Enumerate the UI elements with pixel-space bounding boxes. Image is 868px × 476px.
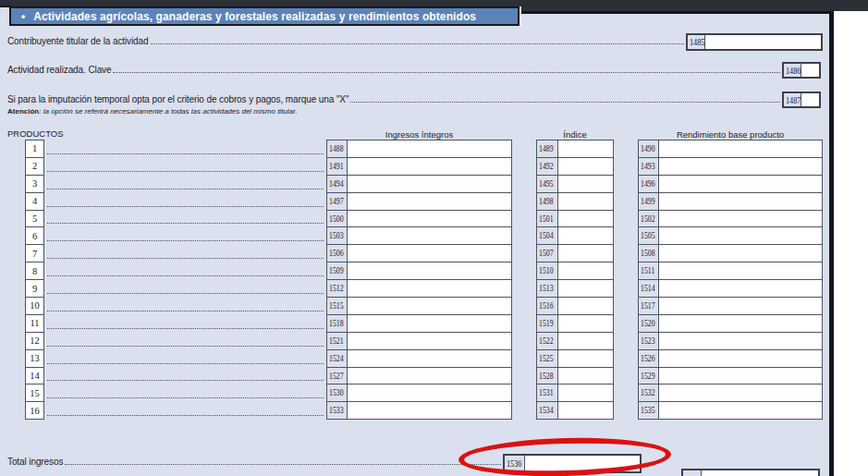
row-number: 5 <box>25 210 44 228</box>
rendimiento-input[interactable] <box>659 176 822 192</box>
ingresos-input[interactable] <box>348 140 511 157</box>
rendimiento-input[interactable] <box>659 140 822 157</box>
rendimiento-cell: 1514 <box>638 279 823 298</box>
rendimiento-input[interactable] <box>659 333 822 349</box>
contribuyente-input[interactable] <box>705 35 821 49</box>
total-ingresos-input[interactable] <box>525 456 640 471</box>
rendimiento-cell: 1496 <box>638 175 823 193</box>
field-code-label: 1515 <box>327 298 348 314</box>
indice-input[interactable] <box>558 368 613 384</box>
ingresos-input[interactable] <box>348 350 511 367</box>
partial-field-input[interactable] <box>702 470 818 476</box>
table-row: 16 1533 1534 1535 <box>0 401 829 420</box>
field-code-label: 1487 <box>784 93 801 106</box>
rendimiento-input[interactable] <box>659 402 822 419</box>
ingresos-input[interactable] <box>348 280 511 297</box>
rendimiento-input[interactable] <box>659 350 822 367</box>
ingresos-input[interactable] <box>348 402 511 419</box>
indice-input[interactable] <box>558 193 613 210</box>
field-code-label: 1526 <box>639 350 659 367</box>
ingresos-input[interactable] <box>348 298 511 314</box>
rendimiento-input[interactable] <box>659 158 822 175</box>
ingresos-input[interactable] <box>348 176 511 192</box>
rendimiento-cell: 1526 <box>638 349 823 368</box>
rendimiento-input[interactable] <box>659 227 822 244</box>
rendimiento-input[interactable] <box>659 368 822 384</box>
ingresos-input[interactable] <box>348 211 511 227</box>
row-number: 6 <box>25 226 44 245</box>
indice-input[interactable] <box>558 211 613 227</box>
actividad-clave-input[interactable] <box>801 64 819 77</box>
field-code-label: 1504 <box>537 227 558 244</box>
ingresos-input[interactable] <box>348 384 511 401</box>
indice-input[interactable] <box>558 315 613 332</box>
rendimiento-input[interactable] <box>659 384 822 401</box>
indice-input[interactable] <box>558 262 613 279</box>
field-code-label: 1536 <box>505 456 525 471</box>
rendimiento-cell: 1535 <box>638 401 823 420</box>
ingresos-input[interactable] <box>348 333 511 349</box>
field-code-label: 1534 <box>537 402 558 419</box>
page-right-border <box>829 11 834 476</box>
field-code-label: 1501 <box>537 211 558 227</box>
indice-cell: 1519 <box>536 314 614 333</box>
ingresos-input[interactable] <box>348 315 511 332</box>
field-code-label: 1509 <box>327 262 348 279</box>
field-code-label: 1533 <box>327 402 348 419</box>
rendimiento-input[interactable] <box>659 211 822 227</box>
indice-input[interactable] <box>558 158 613 175</box>
ingresos-input[interactable] <box>348 227 511 244</box>
indice-input[interactable] <box>558 280 613 297</box>
ingresos-input[interactable] <box>348 158 511 175</box>
ingresos-input[interactable] <box>348 193 511 210</box>
row-number: 4 <box>25 192 44 211</box>
field-code-label: 1490 <box>639 140 659 157</box>
ingresos-input[interactable] <box>348 368 511 384</box>
indice-cell: 1528 <box>536 367 614 385</box>
imputacion-x-input[interactable] <box>801 93 819 106</box>
rendimiento-input[interactable] <box>659 262 822 279</box>
rendimiento-input[interactable] <box>659 280 822 297</box>
row-number: 12 <box>25 332 44 350</box>
field-code-label: 1517 <box>639 298 659 314</box>
table-row: 5 1500 1501 1502 <box>0 210 829 228</box>
indice-input[interactable] <box>558 140 613 157</box>
rendimiento-input[interactable] <box>659 298 822 314</box>
indice-input[interactable] <box>558 333 613 349</box>
row-number: 3 <box>25 175 44 193</box>
field-code-label: 1496 <box>639 176 659 192</box>
products-rows: 1 1488 1489 1490 2 1491 1492 <box>0 140 829 420</box>
ingresos-input[interactable] <box>348 245 511 262</box>
row-actividad: Actividad realizada. Clave <box>7 65 782 75</box>
ingresos-cell: 1518 <box>326 314 512 333</box>
indice-input[interactable] <box>558 298 613 314</box>
rendimiento-cell: 1532 <box>638 384 823 402</box>
products-section-label: PRODUCTOS <box>7 128 64 139</box>
indice-input[interactable] <box>558 384 613 401</box>
table-row: 1 1488 1489 1490 <box>0 140 829 158</box>
ingresos-cell: 1533 <box>326 401 512 420</box>
column-header-indice: Índice <box>536 129 614 140</box>
indice-input[interactable] <box>558 176 613 192</box>
field-code-label: 1498 <box>537 193 558 210</box>
indice-input[interactable] <box>558 227 613 244</box>
field-code-label: 1511 <box>639 262 659 279</box>
dotted-leader <box>47 311 324 311</box>
ingresos-cell: 1524 <box>326 349 512 368</box>
field-code-label: 1499 <box>639 193 659 210</box>
indice-input[interactable] <box>558 402 613 419</box>
indice-cell: 1531 <box>536 384 614 402</box>
table-row: 3 1494 1495 1496 <box>0 175 829 193</box>
indice-input[interactable] <box>558 245 613 262</box>
indice-cell: 1495 <box>536 175 614 193</box>
form-screenshot: • Actividades agrícolas, ganaderas y for… <box>0 0 868 476</box>
row-number: 2 <box>25 157 44 176</box>
ingresos-input[interactable] <box>348 262 511 279</box>
indice-cell: 1510 <box>536 262 614 280</box>
indice-input[interactable] <box>558 350 613 367</box>
dotted-leader <box>47 206 324 207</box>
rendimiento-input[interactable] <box>659 245 822 262</box>
rendimiento-input[interactable] <box>659 193 822 210</box>
field-code-label: 1486 <box>784 64 801 77</box>
rendimiento-input[interactable] <box>659 315 822 332</box>
